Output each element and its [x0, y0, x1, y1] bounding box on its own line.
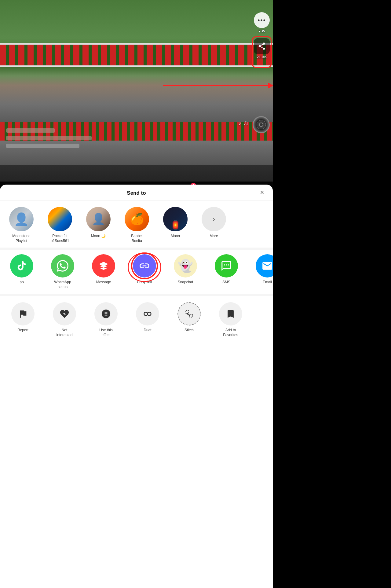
tiktok-icon — [16, 260, 27, 271]
blurred-caption-2 — [6, 136, 92, 140]
app-label-whatsapp: WhatsAppstatus — [54, 280, 71, 289]
snapchat-ghost-icon: 👻 — [178, 259, 193, 273]
report-flag-icon — [18, 309, 28, 319]
share-highlight-box — [252, 36, 272, 68]
app-label-copylink: Copy link — [137, 280, 152, 285]
app-icon-snapchat: 👻 — [174, 254, 197, 277]
actions-grid: Report Notinterested Use thiseffect — [0, 297, 273, 342]
duet-icon — [142, 309, 153, 319]
sheet-title: Send to — [127, 190, 146, 196]
email-icon — [261, 260, 273, 272]
contact-name-moonstone: MoonstonePlaylist — [12, 234, 30, 243]
action-label-duet: Duet — [144, 328, 151, 333]
action-label-not-interested: Notinterested — [57, 328, 73, 337]
divider-2 — [0, 294, 273, 296]
app-snapchat[interactable]: 👻 Snapchat — [166, 254, 205, 289]
video-background: ••• 735 21.3K ♪ ♫ — [0, 0, 273, 189]
app-icon-copylink — [133, 254, 156, 277]
action-duet[interactable]: Duet — [128, 302, 167, 337]
red-arrow — [163, 85, 270, 86]
music-disc-inner — [259, 123, 263, 127]
action-icon-report — [11, 302, 35, 325]
app-icon-tiktok — [10, 254, 33, 277]
divider-1 — [0, 248, 273, 250]
action-add-favorites[interactable]: Add toFavorites — [211, 302, 250, 337]
more-chevron-icon: › — [213, 215, 215, 223]
copylink-icon — [139, 260, 150, 272]
stitch-icon — [185, 310, 193, 318]
close-button[interactable]: × — [258, 188, 267, 197]
whatsapp-icon — [57, 260, 68, 272]
app-label-sms: SMS — [222, 280, 230, 285]
app-label-snapchat: Snapchat — [178, 280, 193, 285]
avatar-more: › — [202, 207, 226, 231]
contact-baobei[interactable]: 🍊 BaobeiBonita — [119, 207, 155, 243]
action-icon-stitch — [177, 302, 201, 325]
app-label-message: Message — [96, 280, 111, 285]
app-icon-message — [92, 254, 115, 277]
app-copylink[interactable]: Copy link — [125, 254, 164, 289]
flower-bed-top — [0, 43, 273, 67]
app-tiktok[interactable]: pp — [2, 254, 42, 289]
broken-heart-icon — [59, 309, 70, 319]
sheet-header: Send to × — [0, 185, 273, 201]
action-label-add-favorites: Add toFavorites — [223, 328, 238, 337]
app-message[interactable]: Message — [84, 254, 123, 289]
mask-icon — [101, 309, 111, 319]
svg-point-2 — [144, 312, 148, 316]
action-icon-duet — [136, 302, 159, 325]
share-button-container: 21.3K — [254, 38, 270, 59]
action-icon-not-interested — [53, 302, 76, 325]
action-use-effect[interactable]: Use thiseffect — [86, 302, 126, 337]
contact-more[interactable]: › More — [196, 207, 232, 243]
action-stitch[interactable]: Stitch — [169, 302, 209, 337]
contact-name-moon1: Moon 🌙 — [91, 234, 106, 239]
contact-pocketful[interactable]: Pocketfulof Suns561 — [42, 207, 78, 243]
apps-row: pp WhatsAppstatus Message — [0, 251, 273, 292]
action-icon-use-effect — [94, 302, 118, 325]
contacts-row: 👤 MoonstonePlaylist Pocketfulof Suns561 … — [0, 201, 273, 246]
right-actions: ••• 735 21.3K — [254, 12, 270, 59]
dots-icon: ••• — [258, 17, 266, 24]
app-label-email: Email — [263, 280, 272, 285]
app-email[interactable]: Email — [247, 254, 273, 289]
svg-rect-5 — [189, 314, 192, 317]
music-disc[interactable] — [253, 116, 270, 133]
avatar-baobei: 🍊 — [125, 207, 149, 231]
action-label-stitch: Stitch — [185, 328, 194, 333]
contact-moonstone[interactable]: 👤 MoonstonePlaylist — [3, 207, 40, 243]
action-icon-add-favorites — [219, 302, 242, 325]
arrow-annotation — [92, 73, 273, 98]
app-icon-email — [256, 254, 273, 277]
message-icon — [99, 261, 108, 271]
avatar-moonstone: 👤 — [9, 207, 34, 231]
action-label-use-effect: Use thiseffect — [99, 328, 112, 337]
app-icon-sms — [215, 254, 238, 277]
app-label-tiktok: pp — [20, 280, 24, 285]
action-label-report: Report — [17, 328, 28, 333]
svg-rect-4 — [186, 311, 189, 314]
bookmark-icon — [225, 309, 236, 319]
action-report[interactable]: Report — [3, 302, 43, 337]
avatar-pocketful — [48, 207, 72, 231]
svg-point-3 — [148, 312, 151, 316]
contact-name-more: More — [210, 234, 218, 239]
avatar-moon2: 🏮 — [163, 207, 188, 231]
app-icon-whatsapp — [51, 254, 74, 277]
contact-name-pocketful: Pocketfulof Suns561 — [51, 234, 69, 243]
avatar-moon: 👤 — [86, 207, 111, 231]
contact-moon1[interactable]: 👤 Moon 🌙 — [80, 207, 117, 243]
blurred-caption-1 — [6, 128, 55, 133]
sms-icon — [221, 260, 232, 272]
blurred-caption-3 — [6, 144, 79, 148]
send-to-sheet: Send to × 👤 MoonstonePlaylist Pocketfulo… — [0, 185, 273, 588]
comment-bubble[interactable]: ••• — [254, 12, 270, 28]
action-not-interested[interactable]: Notinterested — [45, 302, 84, 337]
contact-name-moon2: Moon — [171, 234, 180, 239]
contact-moon2[interactable]: 🏮 Moon — [157, 207, 194, 243]
app-sms[interactable]: SMS — [206, 254, 246, 289]
app-whatsapp[interactable]: WhatsAppstatus — [43, 254, 82, 289]
comments-count: 735 — [258, 29, 265, 33]
music-notes: ♪ ♫ — [238, 119, 248, 127]
contact-name-baobei: BaobeiBonita — [131, 234, 142, 243]
